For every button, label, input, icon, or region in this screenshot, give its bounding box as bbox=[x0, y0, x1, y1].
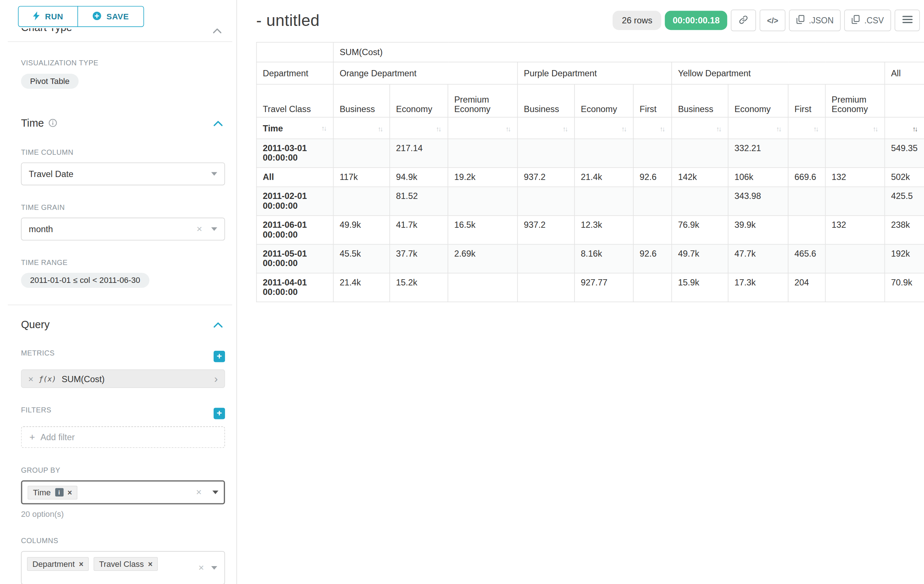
export-csv-button[interactable]: .CSV bbox=[845, 10, 891, 31]
pivot-value-cell bbox=[448, 273, 518, 302]
chevron-right-icon[interactable]: › bbox=[214, 373, 218, 384]
pivot-sort-cell[interactable]: ↑↓ bbox=[518, 117, 574, 139]
copy-icon bbox=[852, 15, 860, 26]
query-section-header[interactable]: Query bbox=[21, 318, 225, 331]
pivot-class-header: Premium Economy bbox=[448, 84, 518, 117]
pivot-row-label: 2011-04-01 00:00:00 bbox=[256, 273, 333, 302]
save-button[interactable]: SAVE bbox=[78, 6, 144, 27]
pivot-value-cell bbox=[574, 187, 633, 216]
pivot-value-cell: 132 bbox=[825, 168, 885, 187]
pivot-sort-cell[interactable]: ↑↓ bbox=[633, 117, 672, 139]
columns-select[interactable]: Department×Travel Class× × bbox=[21, 551, 225, 584]
remove-metric-icon[interactable]: × bbox=[28, 374, 33, 383]
query-section-title: Query bbox=[21, 318, 50, 331]
group-by-select[interactable]: Timei× × bbox=[21, 480, 225, 504]
pivot-value-cell: 238k bbox=[884, 216, 924, 245]
more-options-button[interactable] bbox=[895, 10, 920, 31]
pivot-value-cell bbox=[825, 187, 885, 216]
remove-tag-icon[interactable]: × bbox=[79, 559, 83, 569]
link-icon bbox=[739, 15, 748, 26]
chevron-up-icon[interactable] bbox=[214, 318, 223, 331]
pivot-value-cell bbox=[333, 187, 390, 216]
pivot-value-cell: 49.7k bbox=[672, 244, 728, 273]
time-column-select[interactable]: Travel Date bbox=[21, 163, 225, 185]
select-tag[interactable]: Department× bbox=[27, 557, 89, 571]
time-column-label: TIME COLUMN bbox=[21, 148, 225, 156]
sort-icon[interactable]: ↑↓ bbox=[436, 125, 442, 133]
pivot-value-cell: 927.77 bbox=[574, 273, 633, 302]
select-tag[interactable]: Travel Class× bbox=[94, 557, 158, 571]
sort-icon[interactable]: ↑↓ bbox=[873, 125, 879, 133]
pivot-value-cell bbox=[518, 273, 574, 302]
copy-link-button[interactable] bbox=[731, 10, 756, 31]
sort-icon[interactable]: ↑↓ bbox=[813, 125, 819, 133]
pivot-sort-cell[interactable]: ↑↓ bbox=[728, 117, 788, 139]
sort-icon[interactable]: ↑↓ bbox=[621, 125, 627, 133]
add-filter-plus-button[interactable]: + bbox=[214, 407, 225, 419]
embed-code-button[interactable]: </> bbox=[760, 10, 785, 31]
chart-header: - untitled 26 rows 00:00:00.18 </> .JSON bbox=[256, 10, 920, 31]
query-actions: RUN SAVE bbox=[18, 6, 225, 27]
metrics-field: METRICS + × ƒ(x) SUM(Cost) › bbox=[21, 349, 225, 388]
metric-item[interactable]: × ƒ(x) SUM(Cost) › bbox=[21, 369, 225, 388]
section-divider bbox=[8, 305, 232, 306]
pivot-sort-cell[interactable]: ↑↓ bbox=[825, 117, 885, 139]
select-tag[interactable]: Timei× bbox=[28, 485, 78, 499]
copy-icon bbox=[796, 15, 805, 26]
pivot-value-cell: 132 bbox=[825, 216, 885, 245]
chevron-up-icon[interactable] bbox=[214, 117, 223, 130]
pivot-value-cell bbox=[448, 139, 518, 168]
group-by-field: GROUP BY Timei× × 20 option(s) bbox=[21, 466, 225, 519]
sort-icon[interactable]: ↑↓ bbox=[912, 125, 918, 133]
visualization-type-value[interactable]: Pivot Table bbox=[21, 74, 79, 89]
sort-icon[interactable]: ↑↓ bbox=[776, 125, 782, 133]
pivot-time-header[interactable]: Time↑↓ bbox=[256, 117, 333, 139]
code-icon: </> bbox=[767, 16, 778, 25]
add-metric-button[interactable]: + bbox=[214, 350, 225, 362]
pivot-sort-cell[interactable]: ↑↓ bbox=[884, 117, 924, 139]
pivot-table: SUM(Cost)DepartmentOrange DepartmentPurp… bbox=[256, 42, 924, 302]
pivot-class-header: Business bbox=[672, 84, 728, 117]
pivot-group-header: Purple Department bbox=[518, 62, 672, 84]
sort-icon[interactable]: ↑↓ bbox=[563, 125, 568, 133]
time-grain-field: TIME GRAIN month × bbox=[21, 203, 225, 240]
caret-down-icon bbox=[211, 227, 217, 231]
export-json-label: .JSON bbox=[809, 16, 834, 25]
sort-icon[interactable]: ↑↓ bbox=[716, 125, 722, 133]
time-range-value[interactable]: 2011-01-01 ≤ col < 2011-06-30 bbox=[21, 273, 149, 288]
save-button-label: SAVE bbox=[107, 12, 129, 21]
pivot-sort-cell[interactable]: ↑↓ bbox=[390, 117, 448, 139]
sort-icon[interactable]: ↑↓ bbox=[378, 125, 383, 133]
close-icon[interactable]: × bbox=[196, 224, 202, 234]
pivot-sort-cell[interactable]: ↑↓ bbox=[672, 117, 728, 139]
pivot-sort-cell[interactable]: ↑↓ bbox=[333, 117, 390, 139]
sort-icon[interactable]: ↑↓ bbox=[660, 125, 665, 133]
select-tag-label: Time bbox=[33, 488, 50, 497]
chart-title: - untitled bbox=[256, 11, 320, 30]
pivot-value-cell bbox=[574, 139, 633, 168]
close-icon[interactable]: × bbox=[198, 563, 204, 572]
export-json-button[interactable]: .JSON bbox=[789, 10, 841, 31]
pivot-value-cell: 12.3k bbox=[574, 216, 633, 245]
pivot-value-cell bbox=[633, 273, 672, 302]
pivot-value-cell: 343.98 bbox=[728, 187, 788, 216]
sort-icon[interactable]: ↑↓ bbox=[322, 125, 327, 132]
pivot-sort-cell[interactable]: ↑↓ bbox=[448, 117, 518, 139]
pivot-class-header: First bbox=[788, 84, 825, 117]
add-filter-label: Add filter bbox=[41, 433, 75, 442]
remove-tag-icon[interactable]: × bbox=[68, 488, 72, 497]
caret-down-icon bbox=[211, 566, 217, 570]
pivot-value-cell: 81.52 bbox=[390, 187, 448, 216]
pivot-sort-cell[interactable]: ↑↓ bbox=[574, 117, 633, 139]
add-filter-button[interactable]: + Add filter bbox=[21, 426, 225, 448]
time-grain-select[interactable]: month × bbox=[21, 217, 225, 240]
sort-icon[interactable]: ↑↓ bbox=[505, 125, 511, 133]
pivot-value-cell: 15.9k bbox=[672, 273, 728, 302]
pivot-value-cell bbox=[633, 187, 672, 216]
close-icon[interactable]: × bbox=[196, 488, 201, 497]
time-section-header[interactable]: Time bbox=[21, 117, 225, 130]
remove-tag-icon[interactable]: × bbox=[148, 559, 152, 569]
pivot-value-cell: 217.14 bbox=[390, 139, 448, 168]
run-button[interactable]: RUN bbox=[18, 6, 78, 27]
pivot-sort-cell[interactable]: ↑↓ bbox=[788, 117, 825, 139]
